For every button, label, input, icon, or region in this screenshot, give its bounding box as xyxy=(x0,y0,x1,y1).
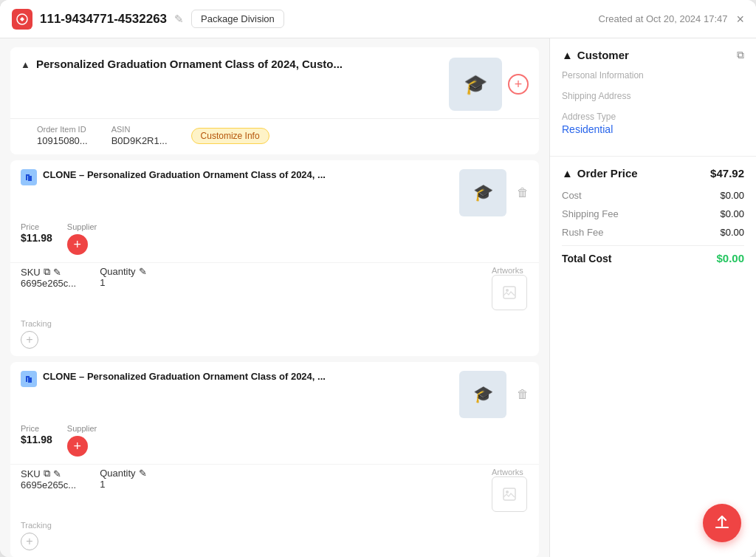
clone-price-field-2: Price $11.98 xyxy=(21,424,52,446)
personal-info-label: Personal Information xyxy=(562,70,744,81)
clone-card-2-header: CLONE – Personalized Graduation Ornament… xyxy=(10,362,539,424)
clone-price-value-2: $11.98 xyxy=(21,434,52,445)
clone-quantity-value-2: 1 xyxy=(100,479,146,490)
clone-quantity-field-1: Quantity ✎ 1 xyxy=(100,266,146,288)
order-item-id-field: Order Item ID 10915080... xyxy=(37,125,88,147)
clone-quantity-label-2: Quantity ✎ xyxy=(100,468,146,479)
add-tracking-button-1[interactable]: + xyxy=(21,331,38,349)
cost-label: Cost xyxy=(562,190,582,201)
clone-sku-label-2: SKU ⧉ ✎ xyxy=(21,468,76,479)
total-cost-row: Total Cost $0.00 xyxy=(562,245,744,264)
shipping-fee-label: Shipping Fee xyxy=(562,208,619,219)
clone-supplier-label-2: Supplier xyxy=(67,424,97,433)
artwork-thumb-2[interactable] xyxy=(492,476,527,512)
svg-rect-1 xyxy=(504,287,515,298)
clone-details-1: Price $11.98 Supplier + xyxy=(10,222,539,262)
clone-details-2: Price $11.98 Supplier + xyxy=(10,424,539,464)
customize-badge[interactable]: Customize Info xyxy=(191,128,269,144)
tracking-label-2: Tracking xyxy=(21,521,529,530)
shipping-fee-value: $0.00 xyxy=(720,208,744,219)
clone-sku-value-1: 6695e265c... xyxy=(21,278,76,289)
clone-tracking-row-1: Tracking + xyxy=(10,316,539,356)
left-panel: ▲ Personalized Graduation Ornament Class… xyxy=(0,38,549,557)
order-price-title-text: Order Price xyxy=(577,167,638,180)
add-clone-button[interactable]: + xyxy=(508,74,529,95)
personal-info-group: Personal Information xyxy=(562,70,744,81)
clone-image-icon-1: 🎓 xyxy=(473,183,493,202)
clone-artworks-section-2: Artworks xyxy=(492,468,529,512)
cost-value: $0.00 xyxy=(720,190,744,201)
edit-sku-icon-2[interactable]: ✎ xyxy=(53,468,61,479)
clone-supplier-field-1: Supplier + xyxy=(67,222,97,255)
asin-field: ASIN B0D9K2R1... xyxy=(111,125,168,147)
clone-image-icon-2: 🎓 xyxy=(473,385,493,404)
cost-row: Cost $0.00 xyxy=(562,190,744,201)
collapse-arrow-icon[interactable]: ▲ xyxy=(21,59,30,70)
total-cost-value: $0.00 xyxy=(716,252,744,264)
address-type-value: Residential xyxy=(562,123,744,135)
clone-badge-2 xyxy=(21,371,37,387)
artworks-label-2: Artworks xyxy=(492,468,529,476)
customer-title-text: Customer xyxy=(577,49,629,61)
right-panel: ▲ Customer ⧉ Personal Information Shippi… xyxy=(549,38,756,557)
copy-sku-icon-2[interactable]: ⧉ xyxy=(44,468,50,479)
order-price-title: ▲ Order Price xyxy=(562,167,638,180)
clone-supplier-field-2: Supplier + xyxy=(67,424,97,457)
rush-fee-label: Rush Fee xyxy=(562,227,603,238)
clone-supplier-label-1: Supplier xyxy=(67,222,97,231)
asin-value: B0D9K2R1... xyxy=(111,135,168,146)
clone-card-2: CLONE – Personalized Graduation Ornament… xyxy=(10,362,539,557)
order-id: 111-9434771-4532263 xyxy=(40,12,167,27)
clone-title-2: CLONE – Personalized Graduation Ornament… xyxy=(43,371,459,382)
product-title: Personalized Graduation Ornament Class o… xyxy=(36,58,343,70)
product-meta: Order Item ID 10915080... ASIN B0D9K2R1.… xyxy=(10,119,539,154)
shipping-address-label: Shipping Address xyxy=(562,91,744,101)
asin-label: ASIN xyxy=(111,125,168,134)
copy-sku-icon-1[interactable]: ⧉ xyxy=(44,266,50,278)
close-button[interactable]: × xyxy=(736,13,744,26)
edit-order-id-icon[interactable]: ✎ xyxy=(174,13,184,26)
shipping-address-group: Shipping Address xyxy=(562,91,744,101)
order-item-id-value: 10915080... xyxy=(37,135,88,146)
collapse-order-price-icon[interactable]: ▲ xyxy=(562,167,573,180)
clone-supplier-button-2[interactable]: + xyxy=(67,436,88,457)
add-tracking-button-2[interactable]: + xyxy=(21,533,38,550)
order-item-id-label: Order Item ID xyxy=(37,125,88,134)
clone-quantity-label-1: Quantity ✎ xyxy=(100,266,146,277)
svg-rect-3 xyxy=(504,488,515,500)
upload-fab-button[interactable] xyxy=(703,504,741,542)
clone-card-1-header: CLONE – Personalized Graduation Ornament… xyxy=(10,160,539,222)
artwork-thumb-1[interactable] xyxy=(492,275,527,310)
edit-quantity-icon-2[interactable]: ✎ xyxy=(139,468,147,479)
clone-supplier-button-1[interactable]: + xyxy=(67,234,88,255)
clone-quantity-field-2: Quantity ✎ 1 xyxy=(100,468,146,490)
clone-sku-label-1: SKU ⧉ ✎ xyxy=(21,266,76,278)
product-image: 🎓 xyxy=(449,58,502,111)
collapse-customer-icon[interactable]: ▲ xyxy=(562,49,573,61)
customer-section: ▲ Customer ⧉ Personal Information Shippi… xyxy=(550,38,756,157)
clone-sku-value-2: 6695e265c... xyxy=(21,479,76,491)
customer-title: ▲ Customer xyxy=(562,49,629,61)
customer-header: ▲ Customer ⧉ xyxy=(562,49,744,61)
created-at: Created at Oct 20, 2024 17:47 xyxy=(599,13,728,24)
clone-sku-field-1: SKU ⧉ ✎ 6695e265c... xyxy=(21,266,76,289)
main-content: ▲ Personalized Graduation Ornament Class… xyxy=(0,38,756,557)
order-price-section: ▲ Order Price $47.92 Cost $0.00 Shipping… xyxy=(550,157,756,557)
header: 111-9434771-4532263 ✎ Package Division C… xyxy=(0,0,756,38)
package-badge: Package Division xyxy=(191,10,284,28)
clone-tracking-row-2: Tracking + xyxy=(10,518,539,557)
svg-point-4 xyxy=(506,491,509,493)
delete-clone-2-button[interactable]: 🗑 xyxy=(517,388,529,401)
clone-quantity-value-1: 1 xyxy=(100,277,146,288)
delete-clone-1-button[interactable]: 🗑 xyxy=(517,186,529,199)
rush-fee-value: $0.00 xyxy=(720,227,744,238)
clone-sku-row-1: SKU ⧉ ✎ 6695e265c... Quantity ✎ 1 xyxy=(10,262,539,316)
copy-customer-icon[interactable]: ⧉ xyxy=(737,49,744,61)
edit-sku-icon-1[interactable]: ✎ xyxy=(53,267,61,278)
edit-quantity-icon-1[interactable]: ✎ xyxy=(139,266,147,277)
clone-image-2: 🎓 xyxy=(459,371,506,418)
clone-price-label-1: Price xyxy=(21,222,52,231)
clone-card-1: CLONE – Personalized Graduation Ornament… xyxy=(10,160,539,356)
clone-title-1: CLONE – Personalized Graduation Ornament… xyxy=(43,169,459,180)
clone-price-field-1: Price $11.98 xyxy=(21,222,52,245)
